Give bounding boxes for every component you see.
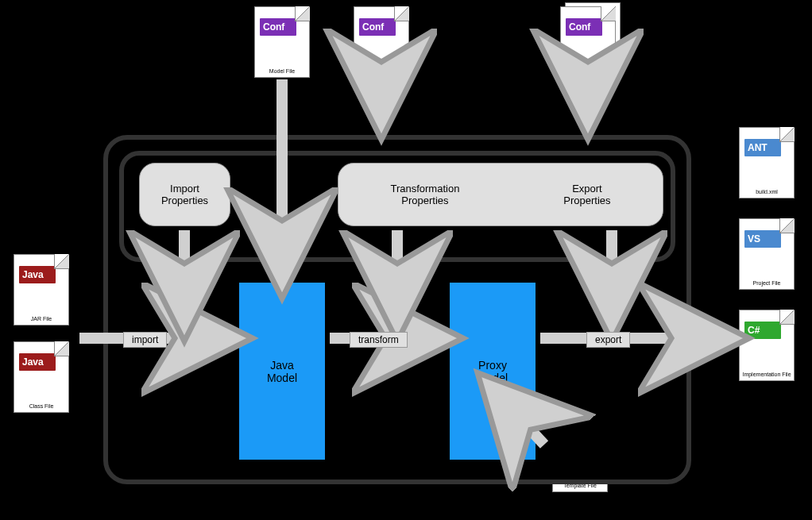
arrows-layer (0, 0, 812, 520)
import-label: import (123, 332, 167, 348)
transform-label: transform (350, 332, 408, 348)
export-label: export (586, 332, 630, 348)
svg-line-9 (493, 389, 544, 445)
